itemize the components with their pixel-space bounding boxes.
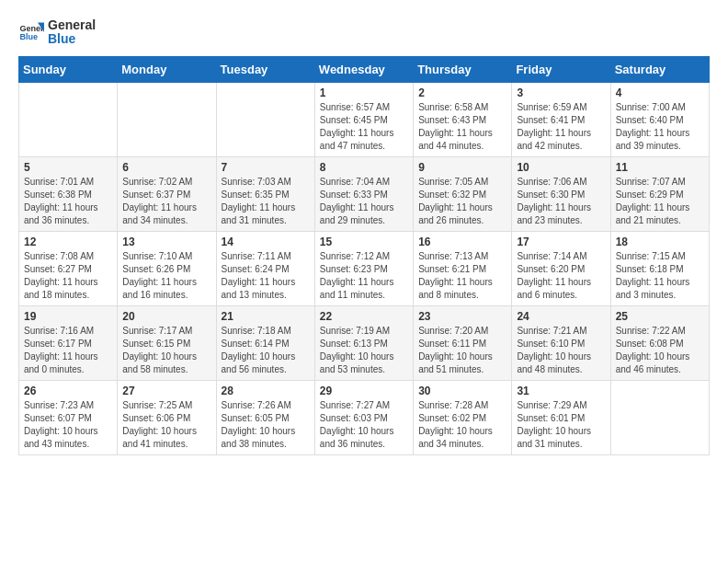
logo-blue: Blue <box>48 32 96 46</box>
day-number: 9 <box>418 161 506 174</box>
day-info: Sunrise: 6:57 AM Sunset: 6:45 PM Dayligh… <box>320 101 408 153</box>
logo-general: General <box>48 18 96 32</box>
calendar-cell: 7Sunrise: 7:03 AM Sunset: 6:35 PM Daylig… <box>216 156 314 231</box>
day-number: 15 <box>320 236 408 248</box>
day-info: Sunrise: 7:19 AM Sunset: 6:13 PM Dayligh… <box>320 325 408 376</box>
day-number: 18 <box>616 236 704 248</box>
calendar-cell: 3Sunrise: 6:59 AM Sunset: 6:41 PM Daylig… <box>512 82 610 156</box>
day-number: 31 <box>517 385 605 397</box>
day-info: Sunrise: 7:01 AM Sunset: 6:38 PM Dayligh… <box>24 176 112 227</box>
logo: General Blue General Blue <box>18 18 96 47</box>
page-header: General Blue General Blue <box>18 18 710 47</box>
calendar-cell: 18Sunrise: 7:15 AM Sunset: 6:18 PM Dayli… <box>610 231 709 305</box>
calendar-cell: 6Sunrise: 7:02 AM Sunset: 6:37 PM Daylig… <box>118 156 216 231</box>
day-number: 23 <box>418 310 506 323</box>
day-number: 12 <box>24 236 112 248</box>
day-number: 3 <box>517 86 605 99</box>
day-number: 8 <box>320 161 408 174</box>
day-info: Sunrise: 7:03 AM Sunset: 6:35 PM Dayligh… <box>222 176 310 227</box>
day-info: Sunrise: 7:20 AM Sunset: 6:11 PM Dayligh… <box>418 325 506 376</box>
day-number: 26 <box>24 385 112 397</box>
weekday-header-thursday: Thursday <box>414 56 512 82</box>
calendar-cell: 30Sunrise: 7:28 AM Sunset: 6:02 PM Dayli… <box>414 380 512 454</box>
day-info: Sunrise: 7:22 AM Sunset: 6:08 PM Dayligh… <box>616 325 704 376</box>
week-row-5: 26Sunrise: 7:23 AM Sunset: 6:07 PM Dayli… <box>19 380 710 454</box>
day-number: 16 <box>418 236 506 248</box>
day-number: 13 <box>122 236 210 248</box>
day-info: Sunrise: 7:21 AM Sunset: 6:10 PM Dayligh… <box>517 325 605 376</box>
day-number: 21 <box>222 310 310 323</box>
day-number: 20 <box>122 310 210 323</box>
day-number: 2 <box>418 86 506 99</box>
day-number: 27 <box>122 385 210 397</box>
day-number: 4 <box>616 86 704 99</box>
weekday-header-tuesday: Tuesday <box>216 56 314 82</box>
day-number: 10 <box>517 161 605 174</box>
day-number: 17 <box>517 236 605 248</box>
day-info: Sunrise: 7:26 AM Sunset: 6:05 PM Dayligh… <box>222 399 310 451</box>
calendar-cell: 15Sunrise: 7:12 AM Sunset: 6:23 PM Dayli… <box>314 231 413 305</box>
day-info: Sunrise: 7:27 AM Sunset: 6:03 PM Dayligh… <box>320 399 408 451</box>
calendar-cell: 8Sunrise: 7:04 AM Sunset: 6:33 PM Daylig… <box>314 156 413 231</box>
week-row-2: 5Sunrise: 7:01 AM Sunset: 6:38 PM Daylig… <box>19 156 710 231</box>
day-number: 11 <box>616 161 704 174</box>
calendar-cell: 9Sunrise: 7:05 AM Sunset: 6:32 PM Daylig… <box>414 156 512 231</box>
calendar-cell <box>19 82 118 156</box>
calendar-cell: 17Sunrise: 7:14 AM Sunset: 6:20 PM Dayli… <box>512 231 610 305</box>
calendar-cell: 24Sunrise: 7:21 AM Sunset: 6:10 PM Dayli… <box>512 305 610 380</box>
calendar-cell: 31Sunrise: 7:29 AM Sunset: 6:01 PM Dayli… <box>512 380 610 454</box>
calendar-cell: 16Sunrise: 7:13 AM Sunset: 6:21 PM Dayli… <box>414 231 512 305</box>
day-info: Sunrise: 7:00 AM Sunset: 6:40 PM Dayligh… <box>616 101 704 153</box>
day-info: Sunrise: 7:23 AM Sunset: 6:07 PM Dayligh… <box>24 399 112 451</box>
day-info: Sunrise: 7:14 AM Sunset: 6:20 PM Dayligh… <box>517 250 605 302</box>
day-number: 5 <box>24 161 112 174</box>
calendar-cell: 19Sunrise: 7:16 AM Sunset: 6:17 PM Dayli… <box>19 305 118 380</box>
day-info: Sunrise: 7:07 AM Sunset: 6:29 PM Dayligh… <box>616 176 704 227</box>
weekday-header-wednesday: Wednesday <box>314 56 413 82</box>
calendar-cell: 13Sunrise: 7:10 AM Sunset: 6:26 PM Dayli… <box>118 231 216 305</box>
day-info: Sunrise: 7:11 AM Sunset: 6:24 PM Dayligh… <box>222 250 310 302</box>
calendar-cell: 25Sunrise: 7:22 AM Sunset: 6:08 PM Dayli… <box>610 305 709 380</box>
day-info: Sunrise: 7:10 AM Sunset: 6:26 PM Dayligh… <box>122 250 210 302</box>
calendar-cell: 1Sunrise: 6:57 AM Sunset: 6:45 PM Daylig… <box>314 82 413 156</box>
calendar-cell: 12Sunrise: 7:08 AM Sunset: 6:27 PM Dayli… <box>19 231 118 305</box>
day-info: Sunrise: 7:28 AM Sunset: 6:02 PM Dayligh… <box>418 399 506 451</box>
day-info: Sunrise: 7:18 AM Sunset: 6:14 PM Dayligh… <box>222 325 310 376</box>
week-row-4: 19Sunrise: 7:16 AM Sunset: 6:17 PM Dayli… <box>19 305 710 380</box>
day-number: 1 <box>320 86 408 99</box>
day-number: 28 <box>222 385 310 397</box>
logo-icon: General Blue <box>18 19 44 45</box>
calendar-cell: 29Sunrise: 7:27 AM Sunset: 6:03 PM Dayli… <box>314 380 413 454</box>
calendar-cell: 22Sunrise: 7:19 AM Sunset: 6:13 PM Dayli… <box>314 305 413 380</box>
day-number: 29 <box>320 385 408 397</box>
calendar-cell: 21Sunrise: 7:18 AM Sunset: 6:14 PM Dayli… <box>216 305 314 380</box>
calendar-cell: 2Sunrise: 6:58 AM Sunset: 6:43 PM Daylig… <box>414 82 512 156</box>
day-number: 24 <box>517 310 605 323</box>
weekday-header-monday: Monday <box>118 56 216 82</box>
calendar-cell: 11Sunrise: 7:07 AM Sunset: 6:29 PM Dayli… <box>610 156 709 231</box>
calendar-cell <box>610 380 709 454</box>
day-info: Sunrise: 7:13 AM Sunset: 6:21 PM Dayligh… <box>418 250 506 302</box>
weekday-header-saturday: Saturday <box>610 56 709 82</box>
day-info: Sunrise: 7:16 AM Sunset: 6:17 PM Dayligh… <box>24 325 112 376</box>
day-number: 7 <box>222 161 310 174</box>
day-info: Sunrise: 7:25 AM Sunset: 6:06 PM Dayligh… <box>122 399 210 451</box>
day-info: Sunrise: 7:29 AM Sunset: 6:01 PM Dayligh… <box>517 399 605 451</box>
day-info: Sunrise: 7:06 AM Sunset: 6:30 PM Dayligh… <box>517 176 605 227</box>
calendar-cell: 26Sunrise: 7:23 AM Sunset: 6:07 PM Dayli… <box>19 380 118 454</box>
calendar-cell: 10Sunrise: 7:06 AM Sunset: 6:30 PM Dayli… <box>512 156 610 231</box>
calendar-cell: 23Sunrise: 7:20 AM Sunset: 6:11 PM Dayli… <box>414 305 512 380</box>
calendar-cell: 28Sunrise: 7:26 AM Sunset: 6:05 PM Dayli… <box>216 380 314 454</box>
calendar-cell <box>216 82 314 156</box>
calendar-cell: 27Sunrise: 7:25 AM Sunset: 6:06 PM Dayli… <box>118 380 216 454</box>
day-number: 6 <box>122 161 210 174</box>
day-info: Sunrise: 7:02 AM Sunset: 6:37 PM Dayligh… <box>122 176 210 227</box>
day-number: 22 <box>320 310 408 323</box>
weekday-header-row: SundayMondayTuesdayWednesdayThursdayFrid… <box>19 56 710 82</box>
svg-text:Blue: Blue <box>19 33 38 42</box>
day-info: Sunrise: 7:15 AM Sunset: 6:18 PM Dayligh… <box>616 250 704 302</box>
calendar-cell: 4Sunrise: 7:00 AM Sunset: 6:40 PM Daylig… <box>610 82 709 156</box>
day-info: Sunrise: 6:58 AM Sunset: 6:43 PM Dayligh… <box>418 101 506 153</box>
day-number: 19 <box>24 310 112 323</box>
week-row-3: 12Sunrise: 7:08 AM Sunset: 6:27 PM Dayli… <box>19 231 710 305</box>
